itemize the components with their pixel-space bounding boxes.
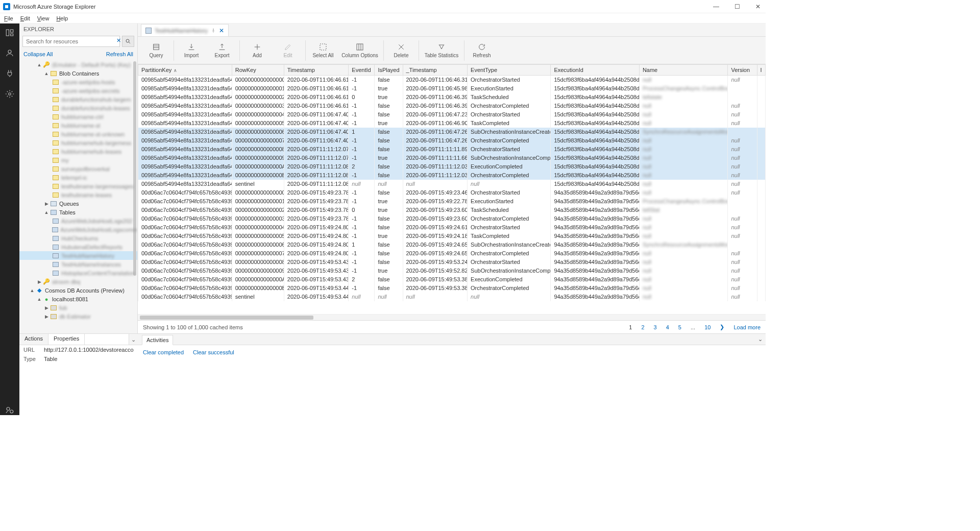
tree-blob-item[interactable]: hubblurname-st-unknown xyxy=(19,130,137,138)
menu-edit[interactable]: Edit xyxy=(20,15,30,21)
page-1[interactable]: 1 xyxy=(629,324,632,330)
page-3[interactable]: 3 xyxy=(654,324,657,330)
table-row[interactable]: 00d06ac7c0604cf794fc657b58c4939600000000… xyxy=(138,214,766,223)
account-icon[interactable] xyxy=(5,48,15,58)
tree-blob-item[interactable]: durablefunctionshub-leases xyxy=(19,104,137,112)
tree-table-selected[interactable]: TestHubNameHistory xyxy=(19,251,137,260)
tree-blob-item[interactable]: testhubname-largemessages xyxy=(19,182,137,190)
table-row[interactable]: 00d06ac7c0604cf794fc657b58c4939600000000… xyxy=(138,232,766,240)
activities-collapse-icon[interactable]: ⌄ xyxy=(758,336,763,343)
refresh-button[interactable]: Refresh xyxy=(468,38,496,63)
table-row[interactable]: 00985abf54994e8fa133231deadfa64200000000… xyxy=(138,110,766,119)
tab-actions[interactable]: Actions xyxy=(19,334,48,345)
tree-cosmos-item[interactable]: ▶db Estimator xyxy=(19,312,137,321)
table-row[interactable]: 00d06ac7c0604cf794fc657b58c4939600000000… xyxy=(138,275,766,284)
table-row[interactable]: 00d06ac7c0604cf794fc657b58c4939600000000… xyxy=(138,197,766,206)
col-EventType[interactable]: EventType xyxy=(468,65,551,76)
close-window-button[interactable]: ✕ xyxy=(753,2,763,11)
tree-queues[interactable]: ▶Queues xyxy=(19,199,137,208)
settings-icon[interactable] xyxy=(5,89,15,99)
table-row[interactable]: 00d06ac7c0604cf794fc657b58c4939600000000… xyxy=(138,258,766,267)
tree-table-item[interactable]: HubCheckums xyxy=(19,234,137,243)
delete-button[interactable]: Delete xyxy=(387,38,415,63)
table-row[interactable]: 00985abf54994e8fa133231deadfa64200000000… xyxy=(138,128,766,136)
tree-table-item[interactable]: HistoplaceContentTranslation xyxy=(19,269,137,277)
explorer-icon[interactable] xyxy=(5,28,15,38)
clear-search-icon[interactable]: ✕ xyxy=(116,37,121,44)
page-next[interactable]: ❯ xyxy=(720,324,724,330)
add-button[interactable]: Add xyxy=(243,38,272,63)
col-ExecutionId[interactable]: ExecutionId xyxy=(551,65,640,76)
tree-blob-item[interactable]: hubblurnamehub-leases xyxy=(19,147,137,156)
collapse-all-link[interactable]: Collapse All xyxy=(23,51,53,57)
table-row[interactable]: 00d06ac7c0604cf794fc657b58c4939600000000… xyxy=(138,240,766,249)
menu-help[interactable]: Help xyxy=(56,15,68,21)
tree-table-item[interactable]: TestHubNameInstances xyxy=(19,260,137,269)
table-row[interactable]: 00985abf54994e8fa133231deadfa64200000000… xyxy=(138,154,766,162)
tree-scrollbar[interactable] xyxy=(133,61,136,276)
connect-icon[interactable] xyxy=(5,68,15,79)
table-statistics-button[interactable]: Table Statistics xyxy=(422,38,461,63)
col-I[interactable]: I xyxy=(757,65,765,76)
col-Name[interactable]: Name xyxy=(639,65,728,76)
table-row[interactable]: 00985abf54994e8fa133231deadfa64200000000… xyxy=(138,119,766,128)
select-all-button[interactable]: Select All xyxy=(309,38,337,63)
search-button[interactable] xyxy=(122,36,134,47)
tab-properties[interactable]: Properties xyxy=(48,334,85,345)
col-Version[interactable]: Version xyxy=(728,65,757,76)
tree-blob-item[interactable]: surveypollbroverkal xyxy=(19,164,137,173)
minimize-button[interactable]: — xyxy=(711,2,721,11)
tree-table-item[interactable]: AzureWebJobsHostLogs202 xyxy=(19,216,137,225)
tree-cosmos-item[interactable]: ▶fub xyxy=(19,303,137,312)
pin-icon[interactable] xyxy=(211,28,216,33)
tree-blob-item[interactable]: -azure-webjobs-hosts xyxy=(19,78,137,86)
clear-completed-link[interactable]: Clear completed xyxy=(143,349,184,355)
col-RowKey[interactable]: RowKey xyxy=(232,65,284,76)
tree-account[interactable]: ▶🔑stroom dbq xyxy=(19,277,137,286)
refresh-all-link[interactable]: Refresh All xyxy=(106,51,133,57)
table-row[interactable]: 00985abf54994e8fa133231deadfa64200000000… xyxy=(138,171,766,180)
table-row[interactable]: 00985abf54994e8fa133231deadfa64200000000… xyxy=(138,76,766,84)
column-options-button[interactable]: Column Options xyxy=(339,38,380,63)
table-row[interactable]: 00985abf54994e8fa133231deadfa642sentinel… xyxy=(138,180,766,188)
table-row[interactable]: 00985abf54994e8fa133231deadfa64200000000… xyxy=(138,162,766,171)
grid-h-scrollbar[interactable] xyxy=(138,314,766,320)
data-grid[interactable]: PartitionKey∧RowKeyTimestampEventIdIsPla… xyxy=(138,64,766,314)
tree-blob-item[interactable]: -azure-webjobs-secrets xyxy=(19,86,137,95)
close-tab-icon[interactable]: ✕ xyxy=(219,27,224,34)
maximize-button[interactable]: ☐ xyxy=(732,2,742,11)
table-row[interactable]: 00d06ac7c0604cf794fc657b58c4939600000000… xyxy=(138,206,766,214)
page-2[interactable]: 2 xyxy=(641,324,644,330)
menu-file[interactable]: File xyxy=(4,15,13,21)
page-4[interactable]: 4 xyxy=(666,324,669,330)
tree-table-item[interactable]: HubulenalDefectReports xyxy=(19,243,137,251)
table-row[interactable]: 00985abf54994e8fa133231deadfa64200000000… xyxy=(138,136,766,145)
export-button[interactable]: Export xyxy=(208,38,236,63)
page-5[interactable]: 5 xyxy=(678,324,681,330)
col-EventId[interactable]: EventId xyxy=(349,65,375,76)
feedback-icon[interactable] xyxy=(5,405,15,415)
table-row[interactable]: 00985abf54994e8fa133231deadfa64200000000… xyxy=(138,102,766,110)
table-row[interactable]: 00985abf54994e8fa133231deadfa64200000000… xyxy=(138,84,766,93)
table-row[interactable]: 00985abf54994e8fa133231deadfa64200000000… xyxy=(138,93,766,102)
clear-successful-link[interactable]: Clear successful xyxy=(193,349,234,355)
tree-table-item[interactable]: AzureWebJobsHostLogscomm xyxy=(19,225,137,234)
page-10[interactable]: 10 xyxy=(704,324,710,330)
tree-cosmos-host[interactable]: ▲●localhost:8081 xyxy=(19,295,137,303)
editor-tab[interactable]: TestHubNameHistory ✕ xyxy=(141,24,229,36)
tree-blob-item[interactable]: hubblurname-st xyxy=(19,121,137,130)
import-button[interactable]: Import xyxy=(177,38,206,63)
tree-tables[interactable]: ▲Tables xyxy=(19,208,137,216)
table-row[interactable]: 00d06ac7c0604cf794fc657b58c4939600000000… xyxy=(138,223,766,232)
tree-emulator[interactable]: ▲🔑(Emulator - Default Ports) (Key) xyxy=(19,60,137,69)
col-IsPlayed[interactable]: IsPlayed xyxy=(375,65,403,76)
table-row[interactable]: 00d06ac7c0604cf794fc657b58c4939600000000… xyxy=(138,188,766,197)
properties-dropdown[interactable]: ⌄ xyxy=(129,334,138,345)
table-row[interactable]: 00d06ac7c0604cf794fc657b58c4939600000000… xyxy=(138,284,766,293)
tree-blob-item[interactable]: telemprl-ic xyxy=(19,173,137,182)
table-row[interactable]: 00985abf54994e8fa133231deadfa64200000000… xyxy=(138,145,766,154)
menu-view[interactable]: View xyxy=(37,15,50,21)
col-PartitionKey[interactable]: PartitionKey∧ xyxy=(138,65,232,76)
tree-cosmos[interactable]: ▲◆Cosmos DB Accounts (Preview) xyxy=(19,286,137,295)
col-_Timestamp[interactable]: _Timestamp xyxy=(403,65,468,76)
